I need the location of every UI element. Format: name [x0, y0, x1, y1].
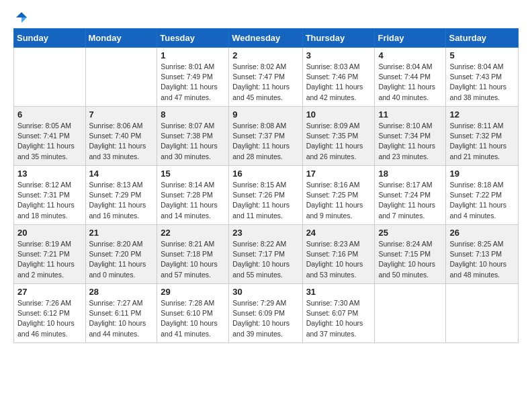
day-info: Sunrise: 8:02 AM Sunset: 7:47 PM Dayligh… [232, 62, 298, 103]
day-number: 22 [161, 228, 225, 238]
day-info: Sunrise: 8:17 AM Sunset: 7:24 PM Dayligh… [378, 180, 442, 221]
day-info: Sunrise: 8:21 AM Sunset: 7:18 PM Dayligh… [161, 239, 225, 280]
day-info: Sunrise: 8:25 AM Sunset: 7:13 PM Dayligh… [449, 239, 515, 280]
calendar-cell: 31Sunrise: 7:30 AM Sunset: 6:07 PM Dayli… [302, 284, 375, 343]
day-number: 27 [17, 287, 82, 297]
calendar-cell: 25Sunrise: 8:24 AM Sunset: 7:15 PM Dayli… [375, 225, 446, 284]
calendar-cell: 29Sunrise: 7:28 AM Sunset: 6:10 PM Dayli… [157, 284, 229, 343]
calendar-cell [14, 48, 86, 107]
calendar: SundayMondayTuesdayWednesdayThursdayFrid… [13, 28, 519, 343]
calendar-cell: 16Sunrise: 8:15 AM Sunset: 7:26 PM Dayli… [229, 166, 302, 225]
day-info: Sunrise: 8:01 AM Sunset: 7:49 PM Dayligh… [161, 62, 225, 103]
day-info: Sunrise: 8:23 AM Sunset: 7:16 PM Dayligh… [306, 239, 371, 280]
day-number: 2 [232, 50, 298, 60]
day-number: 1 [161, 50, 225, 60]
day-number: 10 [306, 109, 371, 120]
calendar-cell: 4Sunrise: 8:04 AM Sunset: 7:44 PM Daylig… [375, 48, 446, 107]
calendar-cell: 6Sunrise: 8:05 AM Sunset: 7:41 PM Daylig… [14, 107, 86, 166]
day-number: 5 [449, 50, 515, 60]
day-info: Sunrise: 8:13 AM Sunset: 7:29 PM Dayligh… [89, 180, 154, 221]
calendar-cell: 17Sunrise: 8:16 AM Sunset: 7:25 PM Dayli… [302, 166, 375, 225]
day-number: 3 [306, 50, 371, 60]
day-info: Sunrise: 7:30 AM Sunset: 6:07 PM Dayligh… [306, 298, 371, 339]
calendar-cell: 8Sunrise: 8:07 AM Sunset: 7:38 PM Daylig… [157, 107, 229, 166]
day-info: Sunrise: 8:03 AM Sunset: 7:46 PM Dayligh… [306, 62, 371, 103]
day-info: Sunrise: 7:26 AM Sunset: 6:12 PM Dayligh… [17, 298, 82, 339]
day-info: Sunrise: 8:15 AM Sunset: 7:26 PM Dayligh… [232, 180, 298, 221]
day-info: Sunrise: 8:10 AM Sunset: 7:34 PM Dayligh… [378, 121, 442, 162]
day-number: 15 [161, 169, 225, 179]
calendar-cell: 23Sunrise: 8:22 AM Sunset: 7:17 PM Dayli… [229, 225, 302, 284]
day-info: Sunrise: 8:14 AM Sunset: 7:28 PM Dayligh… [161, 180, 225, 221]
calendar-cell: 22Sunrise: 8:21 AM Sunset: 7:18 PM Dayli… [157, 225, 229, 284]
calendar-cell [85, 48, 157, 107]
calendar-cell: 12Sunrise: 8:11 AM Sunset: 7:32 PM Dayli… [446, 107, 519, 166]
calendar-cell: 2Sunrise: 8:02 AM Sunset: 7:47 PM Daylig… [229, 48, 302, 107]
calendar-cell: 7Sunrise: 8:06 AM Sunset: 7:40 PM Daylig… [85, 107, 157, 166]
weekday-header-thursday: Thursday [302, 29, 375, 48]
week-row-1: 1Sunrise: 8:01 AM Sunset: 7:49 PM Daylig… [14, 48, 519, 107]
calendar-cell: 18Sunrise: 8:17 AM Sunset: 7:24 PM Dayli… [375, 166, 446, 225]
day-number: 31 [306, 287, 371, 297]
header [13, 11, 519, 21]
day-info: Sunrise: 8:24 AM Sunset: 7:15 PM Dayligh… [378, 239, 442, 280]
week-row-5: 27Sunrise: 7:26 AM Sunset: 6:12 PM Dayli… [14, 284, 519, 343]
calendar-cell [375, 284, 446, 343]
day-info: Sunrise: 8:09 AM Sunset: 7:35 PM Dayligh… [306, 121, 371, 162]
day-number: 25 [378, 228, 442, 238]
day-info: Sunrise: 8:04 AM Sunset: 7:44 PM Dayligh… [378, 62, 442, 103]
calendar-cell: 10Sunrise: 8:09 AM Sunset: 7:35 PM Dayli… [302, 107, 375, 166]
day-info: Sunrise: 8:20 AM Sunset: 7:20 PM Dayligh… [89, 239, 154, 280]
day-number: 21 [89, 228, 154, 238]
day-number: 11 [378, 109, 442, 120]
calendar-cell: 13Sunrise: 8:12 AM Sunset: 7:31 PM Dayli… [14, 166, 86, 225]
day-number: 30 [232, 287, 298, 297]
page: SundayMondayTuesdayWednesdayThursdayFrid… [0, 0, 532, 411]
day-info: Sunrise: 8:22 AM Sunset: 7:17 PM Dayligh… [232, 239, 298, 280]
day-info: Sunrise: 7:29 AM Sunset: 6:09 PM Dayligh… [232, 298, 298, 339]
calendar-cell: 20Sunrise: 8:19 AM Sunset: 7:21 PM Dayli… [14, 225, 86, 284]
day-number: 8 [161, 109, 225, 120]
calendar-cell: 19Sunrise: 8:18 AM Sunset: 7:22 PM Dayli… [446, 166, 519, 225]
day-info: Sunrise: 7:27 AM Sunset: 6:11 PM Dayligh… [89, 298, 154, 339]
day-number: 24 [306, 228, 371, 238]
calendar-cell: 30Sunrise: 7:29 AM Sunset: 6:09 PM Dayli… [229, 284, 302, 343]
day-number: 29 [161, 287, 225, 297]
day-number: 26 [449, 228, 515, 238]
calendar-cell: 24Sunrise: 8:23 AM Sunset: 7:16 PM Dayli… [302, 225, 375, 284]
logo [13, 11, 28, 21]
day-info: Sunrise: 8:11 AM Sunset: 7:32 PM Dayligh… [449, 121, 515, 162]
svg-marker-1 [21, 17, 27, 23]
weekday-header-tuesday: Tuesday [157, 29, 229, 48]
calendar-cell: 3Sunrise: 8:03 AM Sunset: 7:46 PM Daylig… [302, 48, 375, 107]
day-number: 19 [449, 169, 515, 179]
weekday-header-sunday: Sunday [14, 29, 86, 48]
day-info: Sunrise: 8:06 AM Sunset: 7:40 PM Dayligh… [89, 121, 154, 162]
calendar-cell: 15Sunrise: 8:14 AM Sunset: 7:28 PM Dayli… [157, 166, 229, 225]
calendar-cell: 21Sunrise: 8:20 AM Sunset: 7:20 PM Dayli… [85, 225, 157, 284]
day-number: 14 [89, 169, 154, 179]
calendar-cell: 1Sunrise: 8:01 AM Sunset: 7:49 PM Daylig… [157, 48, 229, 107]
weekday-header-saturday: Saturday [446, 29, 519, 48]
day-number: 13 [17, 169, 82, 179]
day-number: 6 [17, 109, 82, 120]
day-info: Sunrise: 8:16 AM Sunset: 7:25 PM Dayligh… [306, 180, 371, 221]
weekday-header-friday: Friday [375, 29, 446, 48]
day-info: Sunrise: 8:07 AM Sunset: 7:38 PM Dayligh… [161, 121, 225, 162]
day-info: Sunrise: 7:28 AM Sunset: 6:10 PM Dayligh… [161, 298, 225, 339]
logo-icon [15, 11, 28, 24]
day-number: 7 [89, 109, 154, 120]
day-info: Sunrise: 8:08 AM Sunset: 7:37 PM Dayligh… [232, 121, 298, 162]
weekday-header-row: SundayMondayTuesdayWednesdayThursdayFrid… [14, 29, 519, 48]
calendar-cell: 28Sunrise: 7:27 AM Sunset: 6:11 PM Dayli… [85, 284, 157, 343]
day-number: 18 [378, 169, 442, 179]
day-number: 4 [378, 50, 442, 60]
day-number: 28 [89, 287, 154, 297]
weekday-header-monday: Monday [85, 29, 157, 48]
day-info: Sunrise: 8:19 AM Sunset: 7:21 PM Dayligh… [17, 239, 82, 280]
day-number: 17 [306, 169, 371, 179]
day-info: Sunrise: 8:04 AM Sunset: 7:43 PM Dayligh… [449, 62, 515, 103]
calendar-cell: 14Sunrise: 8:13 AM Sunset: 7:29 PM Dayli… [85, 166, 157, 225]
weekday-header-wednesday: Wednesday [229, 29, 302, 48]
day-number: 23 [232, 228, 298, 238]
